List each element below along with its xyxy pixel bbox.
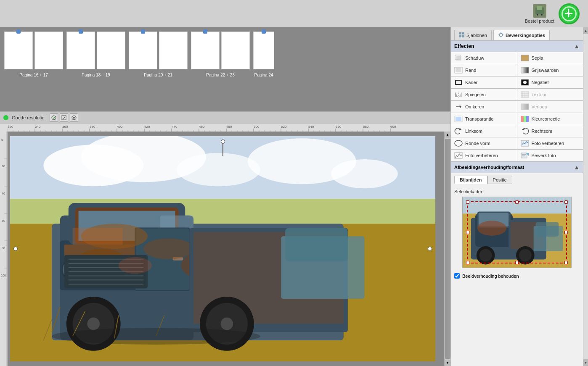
sub-tabs: Bijsnijden Positie (451, 173, 583, 187)
scroll-down[interactable]: ▼ (583, 359, 588, 366)
svg-text:500: 500 (254, 125, 260, 129)
effect-transparantie[interactable]: Transparantie (451, 113, 517, 125)
bestel-product-button[interactable]: Bestel product (525, 4, 554, 24)
svg-rect-160 (73, 228, 123, 245)
thumb-page-21[interactable] (159, 32, 188, 69)
effect-negatief[interactable]: Negatief (517, 76, 583, 88)
effect-spiegelen[interactable]: Spiegelen (451, 89, 517, 100)
beeldverhouding-checkbox[interactable] (454, 273, 460, 279)
effect-kleurcorrectie[interactable]: Kleurcorrectie (517, 113, 583, 125)
effect-rechtsom[interactable]: Rechtsom (517, 125, 583, 137)
effects-grid: Schaduw Sepia Rand Grij (451, 52, 583, 162)
effect-kader[interactable]: Kader (451, 76, 517, 88)
panel-tabs: Sjablonen Bewerkingsopties (451, 27, 583, 41)
thumb-label-20-21: Pagina 20 + 21 (144, 73, 172, 77)
circle-green-button[interactable] (559, 3, 580, 24)
effect-verloop: Verloop (517, 101, 583, 113)
svg-text:60: 60 (2, 219, 5, 222)
effect-rand[interactable]: Rand (451, 64, 517, 76)
status-icon-2[interactable] (60, 113, 68, 122)
svg-marker-184 (459, 92, 462, 97)
svg-text:80: 80 (2, 247, 5, 250)
scroll-up[interactable]: ▲ (583, 27, 588, 34)
svg-rect-163 (462, 32, 464, 34)
textuur-label: Textuur (532, 92, 547, 97)
svg-rect-162 (459, 32, 461, 34)
kader-label: Kader (465, 80, 477, 85)
effect-sepia[interactable]: Sepia (517, 52, 583, 64)
thumb-handle (16, 29, 21, 34)
resolution-status-text: Goede resolutie (12, 115, 45, 120)
thumb-page-23[interactable] (221, 32, 250, 69)
thumb-page-20[interactable] (129, 32, 157, 69)
kader-icon (454, 79, 463, 86)
right-panel-scrollbar[interactable]: ▲ ▼ (583, 27, 588, 366)
subtab-positie[interactable]: Positie (487, 176, 512, 184)
status-icon-1[interactable] (50, 113, 58, 122)
effect-linksom[interactable]: Linksom (451, 125, 517, 137)
thumb-group-20-21[interactable]: Pagina 20 + 21 (129, 32, 188, 77)
thumb-page-16[interactable] (4, 32, 33, 69)
canvas-area: Pagina 16 + 17 Pagina 18 + 19 (0, 27, 450, 366)
transparantie-icon (454, 116, 463, 122)
effect-omkeren[interactable]: Omkeren (451, 101, 517, 113)
kleurcorrectie-label: Kleurcorrectie (532, 116, 560, 121)
textuur-icon (521, 91, 529, 98)
svg-text:40: 40 (2, 192, 5, 195)
effect-foto-verbeteren2[interactable]: Foto verbeteren (517, 137, 583, 149)
crop-preview[interactable] (462, 197, 572, 268)
thumb-group-22-23[interactable]: Pagina 22 + 23 (191, 32, 250, 77)
thumb-page-24[interactable] (253, 32, 274, 69)
thumb-label-16-17: Pagina 16 + 17 (19, 73, 48, 77)
svg-point-150 (87, 318, 100, 330)
status-icon-3[interactable] (70, 113, 78, 122)
svg-text:440: 440 (172, 125, 177, 129)
svg-rect-164 (459, 35, 461, 37)
svg-point-142 (143, 238, 193, 259)
thumb-group-18-19[interactable]: Pagina 18 + 19 (66, 32, 125, 77)
effect-bewerk-foto[interactable]: Bewerk foto (517, 150, 583, 161)
tab-bewerkingsopties[interactable]: Bewerkingsopties (493, 30, 550, 40)
thumb-page-22[interactable] (191, 32, 220, 69)
foto-verbeteren-label: Foto verbeteren (465, 153, 498, 158)
vertical-ruler: 0 20 40 60 80 100 (0, 132, 8, 366)
effecten-collapse-icon[interactable]: ▲ (574, 43, 580, 50)
sepia-icon (521, 55, 529, 61)
negatief-label: Negatief (532, 80, 549, 85)
thumb-page-19[interactable] (97, 32, 125, 69)
thumb-page-17[interactable] (34, 32, 63, 69)
effect-foto-verbeteren[interactable]: Foto verbeteren (451, 150, 517, 161)
handle-top[interactable] (221, 140, 225, 144)
effect-grijswaarden[interactable]: Grijswaarden (517, 64, 583, 76)
svg-point-199 (455, 140, 462, 146)
thumb-handle (141, 29, 145, 34)
scroll-up-arrow[interactable]: ▲ (445, 132, 451, 138)
omkeren-label: Omkeren (465, 104, 484, 109)
linksom-label: Linksom (465, 129, 482, 134)
tab-bewerkingsopties-label: Bewerkingsopties (506, 33, 545, 38)
grijswaarden-label: Grijswaarden (532, 68, 559, 73)
svg-point-8 (73, 117, 75, 118)
svg-point-166 (499, 33, 503, 37)
scroll-down-arrow[interactable]: ▼ (445, 360, 451, 366)
svg-text:400: 400 (117, 125, 123, 129)
beeldverhouding-label: Beeldverhouding behouden (462, 274, 519, 279)
svg-text:600: 600 (390, 125, 396, 129)
vertical-scrollbar[interactable]: ▲ ▼ (444, 132, 450, 366)
selectiekader-label: Selectiekader: (454, 189, 580, 194)
shadow-icon (454, 55, 463, 61)
effect-ronde-vorm[interactable]: Ronde vorm (451, 137, 517, 149)
scroll-thumb[interactable] (445, 139, 450, 359)
bewerkingsopties-icon (498, 32, 504, 39)
thumb-group-24[interactable]: Pagina 24 (253, 32, 274, 77)
afbeelding-collapse-icon[interactable]: ▲ (574, 164, 580, 171)
canvas-content[interactable] (8, 132, 444, 366)
svg-rect-194 (521, 116, 524, 122)
thumb-group-16-17[interactable]: Pagina 16 + 17 (4, 32, 63, 77)
thumb-page-18[interactable] (66, 32, 95, 69)
effect-schaduw[interactable]: Schaduw (451, 52, 517, 64)
svg-point-111 (177, 153, 260, 186)
svg-point-153 (221, 318, 233, 330)
subtab-bijsnijden[interactable]: Bijsnijden (454, 176, 487, 184)
tab-sjablonen[interactable]: Sjablonen (454, 30, 492, 40)
